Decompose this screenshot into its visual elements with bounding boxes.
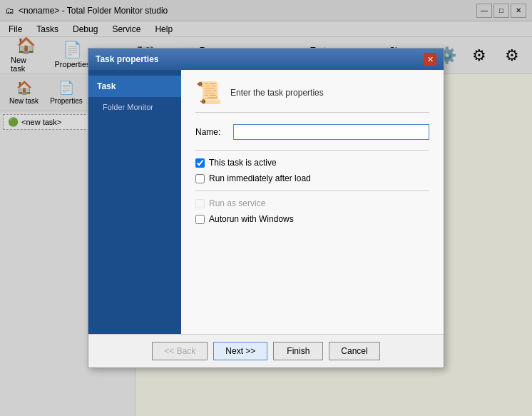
name-label: Name: [195,127,227,137]
next-button[interactable]: Next >> [213,342,267,360]
checkbox-run-service [195,199,205,208]
task-properties-dialog: Task properties ✕ Task Folder Monitor 📜 … [88,48,444,368]
checkbox-autorun[interactable] [195,215,205,224]
dialog-header-text: Enter the task properties [230,88,324,98]
dialog-header-icon: 📜 [195,80,222,105]
name-field-row: Name: [195,124,429,140]
dialog-close-button[interactable]: ✕ [424,53,436,66]
finish-button[interactable]: Finish [273,342,323,360]
dialog-content: 📜 Enter the task properties Name: This t… [181,70,444,334]
checkbox-run-immediately[interactable] [195,174,205,183]
checkbox-active[interactable] [195,158,205,168]
checkbox-autorun-item: Autorun with Windows [195,214,429,224]
dialog-sidebar: Task Folder Monitor [88,70,181,334]
back-button[interactable]: << Back [152,342,208,360]
checkbox-run-service-label: Run as service [209,198,265,208]
dialog-overlay: Task properties ✕ Task Folder Monitor 📜 … [0,0,532,416]
checkbox-run-immediately-label: Run immediately after load [209,173,311,183]
checkbox-autorun-label: Autorun with Windows [209,214,294,224]
dialog-footer: << Back Next >> Finish Cancel [88,334,444,367]
name-input[interactable] [233,124,429,140]
checkbox-active-label: This task is active [209,158,277,168]
checkbox-active-item: This task is active [195,158,429,168]
checkbox-group-1: This task is active Run immediately afte… [195,158,429,183]
checkbox-group-2: Run as service Autorun with Windows [195,198,429,224]
checkbox-run-immediately-item: Run immediately after load [195,173,429,183]
sidebar-item-folder-monitor[interactable]: Folder Monitor [88,97,181,117]
divider-1 [195,150,429,151]
dialog-titlebar: Task properties ✕ [88,49,444,70]
checkbox-run-service-item: Run as service [195,198,429,208]
divider-2 [195,191,429,191]
dialog-title: Task properties [96,54,158,64]
sidebar-item-task[interactable]: Task [88,76,181,97]
cancel-button[interactable]: Cancel [329,342,379,360]
dialog-header: 📜 Enter the task properties [195,80,429,113]
dialog-body: Task Folder Monitor 📜 Enter the task pro… [88,70,444,334]
